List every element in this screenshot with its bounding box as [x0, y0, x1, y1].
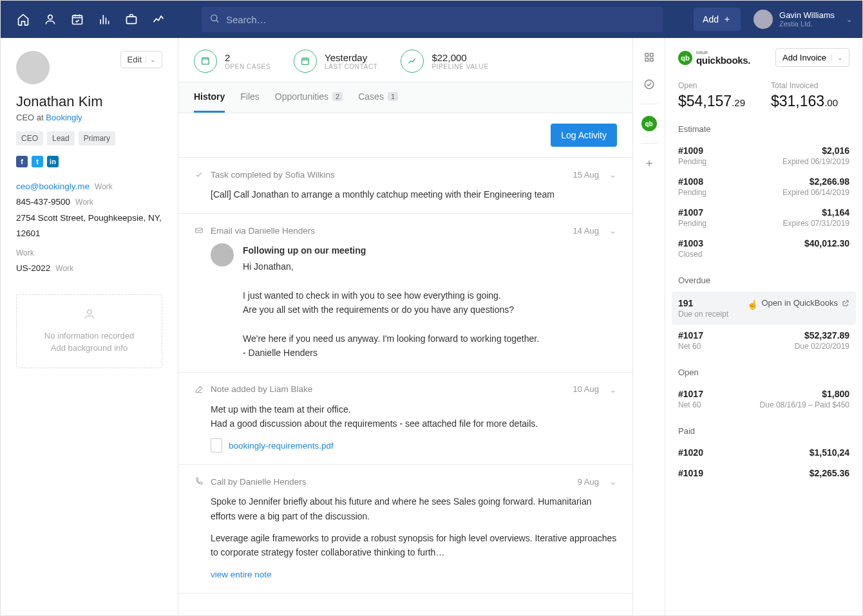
call-note-p1: Spoke to Jennifer briefly about his futu… [211, 494, 617, 523]
nav-chart-icon[interactable] [92, 7, 117, 32]
nav-briefcase-icon[interactable] [119, 7, 144, 32]
contact-email[interactable]: ceo@bookingly.me [16, 179, 90, 194]
estimate-row[interactable]: #1009Pending$2,016Expired 06/19/2019 [678, 140, 849, 171]
file-link[interactable]: bookingly-requirements.pdf [229, 439, 334, 453]
tab-opportunities[interactable]: Opportunities2 [275, 82, 343, 113]
view-entire-note-link[interactable]: view entire note [211, 568, 272, 582]
search-input[interactable] [202, 6, 663, 32]
email-signoff: - Danielle Henders [243, 346, 539, 360]
section-open: Open [678, 368, 849, 377]
chevron-down-icon[interactable]: ⌄ [609, 225, 617, 236]
add-panel-icon[interactable]: ＋ [643, 155, 655, 171]
feed-item-call: Call by Danielle Henders 9 Aug ⌄ Spoke t… [178, 465, 632, 593]
edit-label: Edit [128, 55, 142, 64]
chevron-down-icon: ⌄ [146, 56, 155, 63]
email-type: Work [95, 180, 113, 194]
phone-icon [194, 476, 204, 487]
metric-open-cases[interactable]: 2OPEN CASES [194, 50, 270, 73]
info-line1: No information recorded [24, 330, 154, 342]
section-paid: Paid [678, 426, 849, 436]
info-line2: Add background info [24, 342, 154, 355]
svg-point-0 [48, 15, 53, 19]
user-text: Gavin Williams Zestia Ltd. [779, 10, 835, 29]
phone-type: Work [75, 196, 93, 210]
contact-phone: 845-437-9500 [16, 194, 70, 210]
nav-person-icon[interactable] [38, 7, 62, 32]
metric-value: 2 [225, 52, 270, 63]
nav-home-icon[interactable] [11, 7, 35, 32]
company-link[interactable]: Bookingly [46, 113, 82, 122]
linkedin-icon[interactable]: in [47, 156, 59, 167]
log-activity-button[interactable]: Log Activity [551, 124, 617, 147]
paid-row[interactable]: #1019$2,265.36 [678, 463, 849, 483]
tab-files[interactable]: Files [240, 82, 260, 113]
section-estimate: Estimate [678, 124, 849, 134]
note-line: Had a good discussion about the requirem… [211, 416, 617, 431]
total-invoiced-amount: $31,163.00 [771, 93, 838, 110]
tag[interactable]: CEO [16, 131, 43, 145]
feed-title: Task completed by Sofia Wilkins [211, 170, 335, 180]
chevron-down-icon[interactable]: ⌄ [609, 169, 617, 180]
content-tabs: History Files Opportunities2 Cases1 [178, 82, 632, 113]
note-line: Met up with the team at their office. [211, 402, 617, 416]
estimate-row[interactable]: #1003Closed$40,012.30 [678, 233, 849, 264]
facebook-icon[interactable]: f [16, 156, 28, 167]
edit-button[interactable]: Edit⌄ [120, 51, 162, 68]
check-icon [194, 169, 204, 180]
estimate-row[interactable]: #1008Pending$2,266.98Expired 06/14/2019 [678, 171, 849, 202]
open-amount: $54,157.29 [678, 93, 745, 110]
qb-circle-icon: qb [678, 51, 692, 65]
opp-badge: 2 [332, 92, 343, 101]
chevron-down-icon[interactable]: ⌄ [609, 476, 617, 487]
activity-feed: Task completed by Sofia Wilkins 15 Aug ⌄… [178, 158, 632, 615]
background-info-box[interactable]: No information recorded Add background i… [16, 294, 162, 368]
user-name: Gavin Williams [779, 10, 835, 21]
calendar-icon [294, 50, 317, 73]
user-company: Zestia Ltd. [779, 20, 835, 28]
total-invoiced-label: Total Invoiced [771, 81, 838, 90]
contact-address: 2754 Scott Street, Poughkeepsie, NY, 126… [16, 210, 162, 242]
chevron-down-icon[interactable]: ⌄ [609, 384, 617, 395]
feed-title: Note added by Liam Blake [211, 384, 312, 394]
tab-history[interactable]: History [194, 82, 225, 113]
contact-avatar [16, 51, 50, 84]
email-greeting: Hi Jonathan, [243, 259, 539, 274]
call-note-p2: Leverage agile frameworks to provide a r… [211, 531, 617, 560]
user-menu[interactable]: Gavin Williams Zestia Ltd. ⌄ [754, 10, 852, 29]
quickbooks-icon[interactable]: qb [641, 116, 657, 131]
check-circle-icon[interactable] [641, 77, 657, 92]
tab-cases[interactable]: Cases1 [358, 82, 398, 113]
metric-pipeline[interactable]: $22,000PIPELINE VALUE [401, 50, 488, 73]
svg-rect-7 [645, 53, 649, 57]
open-row[interactable]: #1017Net 60$1,800Due 08/16/19 – Paid $45… [678, 384, 849, 415]
svg-rect-9 [645, 59, 649, 62]
avatar [211, 243, 234, 266]
feed-item-email: Email via Danielle Henders 14 Aug ⌄ Foll… [178, 214, 632, 372]
svg-rect-1 [73, 15, 82, 24]
metric-value: $22,000 [432, 52, 488, 63]
twitter-icon[interactable]: t [32, 156, 43, 167]
section-overdue: Overdue [678, 275, 849, 285]
note-icon [194, 384, 204, 395]
estimate-row[interactable]: #1007Pending$1,164Expires 07/31/2019 [678, 202, 849, 233]
nav-calendar-icon[interactable] [65, 7, 90, 32]
overdue-row[interactable]: #1017Net 60$52,327.89Due 02/20/2019 [678, 325, 849, 356]
person-placeholder-icon [24, 308, 154, 324]
open-in-quickbooks-link[interactable]: Open in QuickBooks [761, 298, 849, 308]
svg-point-11 [645, 80, 654, 89]
paid-row[interactable]: #1020$1,510,24 [678, 442, 849, 463]
chevron-down-icon: ⌄ [846, 15, 852, 24]
add-button[interactable]: Add＋ [694, 8, 741, 31]
metric-last-contact[interactable]: YesterdayLAST CONTACT [294, 50, 377, 73]
overdue-row[interactable]: 191Due on receipt ☝ Open in QuickBooks [672, 292, 856, 325]
grid-icon[interactable] [641, 50, 657, 65]
tag[interactable]: Lead [47, 131, 75, 145]
avatar [754, 10, 773, 29]
feed-item-note: Note added by Liam Blake 10 Aug ⌄ Met up… [178, 373, 632, 465]
metric-label: OPEN CASES [225, 63, 270, 70]
nav-activity-icon[interactable] [146, 7, 171, 32]
svg-rect-10 [650, 59, 653, 62]
add-invoice-button[interactable]: Add Invoice⌄ [775, 48, 849, 67]
email-line: Are you all set with the requirements or… [243, 303, 539, 317]
tag[interactable]: Primary [79, 131, 115, 145]
